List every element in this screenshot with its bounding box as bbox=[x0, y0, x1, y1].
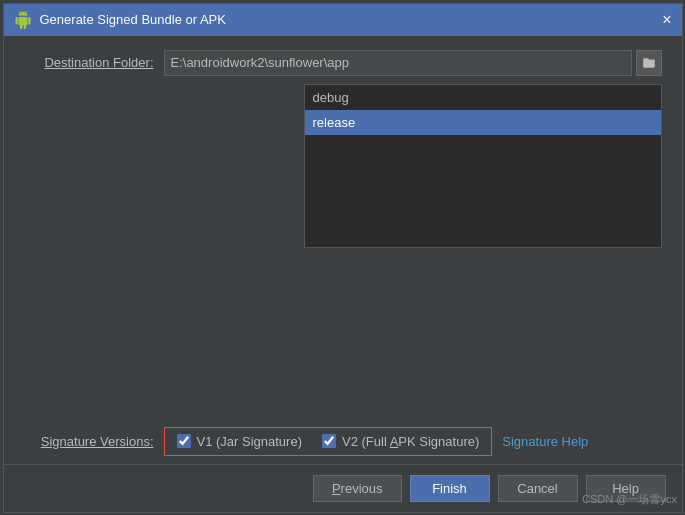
footer: Previous Finish Cancel Help bbox=[4, 464, 682, 512]
dialog-title: Generate Signed Bundle or APK bbox=[40, 12, 226, 27]
previous-button[interactable]: Previous bbox=[313, 475, 402, 502]
destination-folder-row: Destination Folder: bbox=[24, 50, 662, 76]
signature-section: Signature Versions: V1 (Jar Signature) V… bbox=[4, 427, 682, 464]
signature-versions-label: Signature Versions: bbox=[24, 434, 154, 449]
v2-label: V2 (Full APK Signature) bbox=[342, 434, 479, 449]
finish-button[interactable]: Finish bbox=[410, 475, 490, 502]
generate-signed-dialog: Generate Signed Bundle or APK × Destinat… bbox=[3, 3, 683, 513]
destination-folder-input[interactable] bbox=[164, 50, 632, 76]
title-bar: Generate Signed Bundle or APK × bbox=[4, 4, 682, 36]
android-icon bbox=[14, 11, 32, 29]
list-item-release[interactable]: release bbox=[305, 110, 661, 135]
v2-checkbox[interactable] bbox=[322, 434, 336, 448]
signature-box: V1 (Jar Signature) V2 (Full APK Signatur… bbox=[164, 427, 493, 456]
dialog-content: Destination Folder: debug release bbox=[4, 36, 682, 427]
main-area: debug release bbox=[24, 84, 662, 421]
signature-versions-row: Signature Versions: V1 (Jar Signature) V… bbox=[24, 427, 662, 456]
empty-space bbox=[164, 258, 662, 421]
folder-input-row bbox=[164, 50, 662, 76]
folder-icon bbox=[642, 56, 656, 70]
list-item-debug[interactable]: debug bbox=[305, 85, 661, 110]
close-button[interactable]: × bbox=[662, 12, 671, 28]
v2-checkbox-label: V2 (Full APK Signature) bbox=[322, 434, 479, 449]
watermark: CSDN @一场雪ycx bbox=[582, 492, 677, 507]
cancel-button[interactable]: Cancel bbox=[498, 475, 578, 502]
v1-checkbox-label: V1 (Jar Signature) bbox=[177, 434, 303, 449]
spacer-left bbox=[24, 84, 154, 421]
v1-label: V1 (Jar Signature) bbox=[197, 434, 303, 449]
browse-folder-button[interactable] bbox=[636, 50, 662, 76]
v1-checkbox[interactable] bbox=[177, 434, 191, 448]
signature-help-link[interactable]: Signature Help bbox=[502, 434, 588, 449]
title-bar-left: Generate Signed Bundle or APK bbox=[14, 11, 226, 29]
center-area: debug release bbox=[164, 84, 662, 421]
build-variant-list: debug release bbox=[304, 84, 662, 249]
destination-folder-label: Destination Folder: bbox=[24, 55, 154, 70]
